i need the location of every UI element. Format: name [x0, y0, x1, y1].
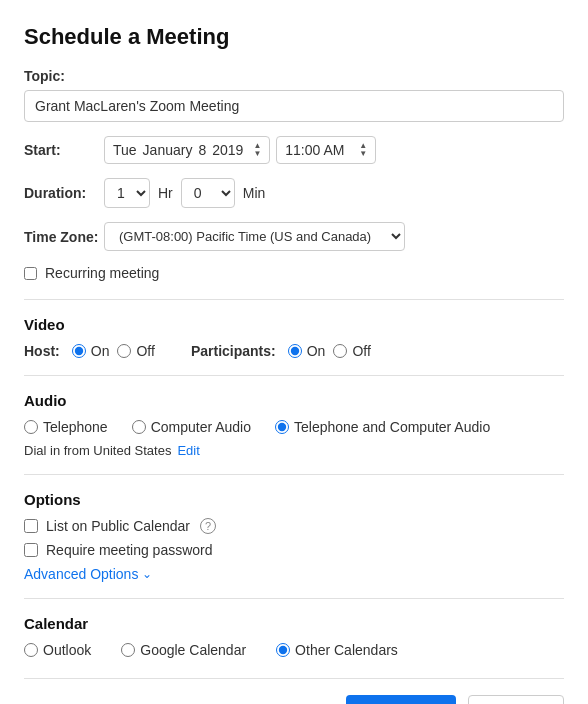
divider-3	[24, 474, 564, 475]
list-public-label[interactable]: List on Public Calendar	[46, 518, 190, 534]
recurring-checkbox[interactable]	[24, 267, 37, 280]
outlook-radio[interactable]: Outlook	[24, 642, 91, 658]
other-calendars-label: Other Calendars	[295, 642, 398, 658]
page-title: Schedule a Meeting	[24, 24, 564, 50]
video-section-header: Video	[24, 316, 564, 333]
advanced-options-label: Advanced Options	[24, 566, 138, 582]
require-password-row[interactable]: Require meeting password	[24, 542, 564, 558]
min-label: Min	[243, 185, 266, 201]
both-audio-radio[interactable]: Telephone and Computer Audio	[275, 419, 490, 435]
help-icon[interactable]: ?	[200, 518, 216, 534]
audio-section-header: Audio	[24, 392, 564, 409]
schedule-button[interactable]: Schedule	[346, 695, 456, 704]
time-input[interactable]	[285, 142, 355, 158]
google-calendar-label: Google Calendar	[140, 642, 246, 658]
advanced-options-toggle[interactable]: Advanced Options ⌄	[24, 566, 564, 582]
computer-audio-radio[interactable]: Computer Audio	[132, 419, 251, 435]
topic-input[interactable]	[24, 90, 564, 122]
both-audio-label: Telephone and Computer Audio	[294, 419, 490, 435]
start-day: Tue	[113, 142, 137, 158]
telephone-radio[interactable]: Telephone	[24, 419, 108, 435]
date-nav[interactable]: ▲ ▼	[253, 142, 261, 158]
start-year: 2019	[212, 142, 243, 158]
timezone-select[interactable]: (GMT-08:00) Pacific Time (US and Canada)…	[104, 222, 405, 251]
options-section-header: Options	[24, 491, 564, 508]
recurring-label[interactable]: Recurring meeting	[45, 265, 159, 281]
host-label: Host:	[24, 343, 60, 359]
dial-text: Dial in from United States	[24, 443, 171, 458]
date-down-button[interactable]: ▼	[253, 150, 261, 158]
host-video-group: Host: On Off	[24, 343, 155, 359]
participants-off-radio[interactable]: Off	[333, 343, 370, 359]
host-on-radio[interactable]: On	[72, 343, 110, 359]
divider-4	[24, 598, 564, 599]
timezone-label: Time Zone:	[24, 229, 104, 245]
chevron-down-icon: ⌄	[142, 567, 152, 581]
time-nav[interactable]: ▲ ▼	[359, 142, 367, 158]
duration-hours-select[interactable]: 1 0 2 3	[104, 178, 150, 208]
host-off-label: Off	[136, 343, 154, 359]
time-picker[interactable]: ▲ ▼	[276, 136, 376, 164]
telephone-label: Telephone	[43, 419, 108, 435]
footer: Schedule Cancel	[24, 678, 564, 704]
start-label: Start:	[24, 142, 104, 158]
time-down-button[interactable]: ▼	[359, 150, 367, 158]
edit-link[interactable]: Edit	[177, 443, 199, 458]
participants-label: Participants:	[191, 343, 276, 359]
participants-on-radio[interactable]: On	[288, 343, 326, 359]
date-picker[interactable]: Tue January 8 2019 ▲ ▼	[104, 136, 270, 164]
divider-2	[24, 375, 564, 376]
cancel-button[interactable]: Cancel	[468, 695, 564, 704]
start-month: January	[143, 142, 193, 158]
other-calendars-radio[interactable]: Other Calendars	[276, 642, 398, 658]
duration-label: Duration:	[24, 185, 104, 201]
outlook-label: Outlook	[43, 642, 91, 658]
list-public-row[interactable]: List on Public Calendar ?	[24, 518, 564, 534]
divider-1	[24, 299, 564, 300]
google-calendar-radio[interactable]: Google Calendar	[121, 642, 246, 658]
start-date: 8	[198, 142, 206, 158]
computer-audio-label: Computer Audio	[151, 419, 251, 435]
hr-label: Hr	[158, 185, 173, 201]
participants-off-label: Off	[352, 343, 370, 359]
host-on-label: On	[91, 343, 110, 359]
host-off-radio[interactable]: Off	[117, 343, 154, 359]
participants-on-label: On	[307, 343, 326, 359]
duration-minutes-select[interactable]: 0 15 30 45	[181, 178, 235, 208]
require-password-label[interactable]: Require meeting password	[46, 542, 213, 558]
require-password-checkbox[interactable]	[24, 543, 38, 557]
topic-label: Topic:	[24, 68, 564, 84]
participants-video-group: Participants: On Off	[191, 343, 371, 359]
list-public-checkbox[interactable]	[24, 519, 38, 533]
calendar-section-header: Calendar	[24, 615, 564, 632]
